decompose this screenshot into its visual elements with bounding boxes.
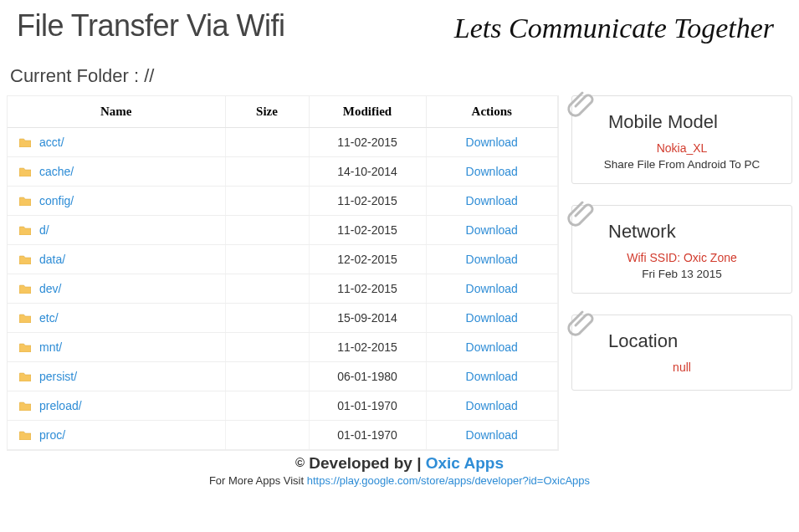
- folder-link[interactable]: config/: [39, 194, 74, 207]
- size-cell: [225, 157, 309, 187]
- folder-icon: [19, 343, 31, 352]
- paperclip-icon: [564, 84, 597, 118]
- folder-link[interactable]: etc/: [39, 311, 59, 325]
- folder-icon: [19, 255, 31, 264]
- location-title: Location: [585, 330, 779, 352]
- actions-cell: Download: [426, 421, 558, 450]
- table-row: d/11-02-2015Download: [8, 216, 558, 245]
- col-name: Name: [8, 96, 225, 128]
- modified-cell: 11-02-2015: [309, 333, 426, 362]
- network-value: Wifi SSID: Oxic Zone: [585, 251, 779, 264]
- mobile-model-title: Mobile Model: [585, 111, 779, 133]
- modified-cell: 11-02-2015: [309, 274, 426, 304]
- download-link[interactable]: Download: [466, 165, 518, 178]
- folder-icon: [19, 167, 31, 176]
- download-link[interactable]: Download: [466, 223, 518, 237]
- actions-cell: Download: [426, 245, 558, 274]
- folder-link[interactable]: data/: [39, 253, 65, 266]
- modified-cell: 11-02-2015: [309, 128, 426, 157]
- table-row: cache/14-10-2014Download: [8, 157, 558, 187]
- more-apps-link[interactable]: https://play.google.com/store/apps/devel…: [307, 474, 590, 487]
- developer-link[interactable]: Oxic Apps: [426, 454, 504, 472]
- table-row: data/12-02-2015Download: [8, 245, 558, 274]
- actions-cell: Download: [426, 304, 558, 333]
- download-link[interactable]: Download: [466, 253, 518, 266]
- actions-cell: Download: [426, 187, 558, 216]
- size-cell: [225, 304, 309, 333]
- folder-link[interactable]: persist/: [39, 370, 77, 383]
- mobile-model-sub: Share File From Android To PC: [585, 158, 779, 171]
- actions-cell: Download: [426, 391, 558, 421]
- mobile-model-value: Nokia_XL: [585, 141, 779, 155]
- folder-link[interactable]: preload/: [39, 399, 82, 412]
- folder-link[interactable]: acct/: [39, 136, 64, 149]
- download-link[interactable]: Download: [466, 399, 518, 412]
- name-cell: persist/: [8, 362, 225, 391]
- file-table: Name Size Modified Actions acct/11-02-20…: [8, 96, 558, 450]
- location-card: Location null: [571, 315, 792, 391]
- download-link[interactable]: Download: [466, 340, 518, 354]
- table-row: dev/11-02-2015Download: [8, 274, 558, 304]
- table-row: acct/11-02-2015Download: [8, 128, 558, 157]
- name-cell: config/: [8, 187, 225, 216]
- download-link[interactable]: Download: [466, 428, 518, 442]
- folder-link[interactable]: dev/: [39, 282, 61, 295]
- table-row: mnt/11-02-2015Download: [8, 333, 558, 362]
- folder-link[interactable]: cache/: [39, 165, 74, 178]
- developed-by-label: Developed by |: [309, 454, 425, 472]
- modified-cell: 11-02-2015: [309, 216, 426, 245]
- col-actions: Actions: [426, 96, 558, 128]
- actions-cell: Download: [426, 157, 558, 187]
- actions-cell: Download: [426, 128, 558, 157]
- modified-cell: 12-02-2015: [309, 245, 426, 274]
- actions-cell: Download: [426, 274, 558, 304]
- table-row: proc/01-01-1970Download: [8, 421, 558, 450]
- footer: © Developed by | Oxic Apps For More Apps…: [0, 451, 799, 487]
- download-link[interactable]: Download: [466, 311, 518, 325]
- name-cell: dev/: [8, 274, 225, 304]
- file-table-scroll[interactable]: Name Size Modified Actions acct/11-02-20…: [8, 96, 558, 450]
- table-row: etc/15-09-2014Download: [8, 304, 558, 333]
- name-cell: d/: [8, 216, 225, 245]
- download-link[interactable]: Download: [466, 136, 518, 149]
- breadcrumb: Current Folder : //: [0, 44, 799, 95]
- modified-cell: 01-01-1970: [309, 391, 426, 421]
- folder-icon: [19, 284, 31, 294]
- modified-cell: 14-10-2014: [309, 157, 426, 187]
- folder-link[interactable]: mnt/: [39, 340, 62, 354]
- col-modified: Modified: [309, 96, 426, 128]
- mobile-model-card: Mobile Model Nokia_XL Share File From An…: [571, 95, 792, 184]
- folder-icon: [19, 372, 31, 381]
- paperclip-icon: [564, 194, 597, 228]
- folder-icon: [19, 138, 31, 147]
- size-cell: [225, 274, 309, 304]
- name-cell: mnt/: [8, 333, 225, 362]
- size-cell: [225, 128, 309, 157]
- name-cell: cache/: [8, 157, 225, 187]
- folder-link[interactable]: proc/: [39, 428, 65, 442]
- page-title: File Transfer Via Wifi: [17, 8, 284, 43]
- size-cell: [225, 245, 309, 274]
- size-cell: [225, 187, 309, 216]
- download-link[interactable]: Download: [466, 282, 518, 295]
- table-row: preload/01-01-1970Download: [8, 391, 558, 421]
- name-cell: etc/: [8, 304, 225, 333]
- table-row: persist/06-01-1980Download: [8, 362, 558, 391]
- size-cell: [225, 216, 309, 245]
- col-size: Size: [225, 96, 309, 128]
- modified-cell: 15-09-2014: [309, 304, 426, 333]
- network-sub: Fri Feb 13 2015: [585, 268, 779, 280]
- download-link[interactable]: Download: [466, 194, 518, 207]
- size-cell: [225, 421, 309, 450]
- download-link[interactable]: Download: [466, 370, 518, 383]
- folder-icon: [19, 431, 31, 440]
- actions-cell: Download: [426, 362, 558, 391]
- actions-cell: Download: [426, 216, 558, 245]
- location-value: null: [585, 361, 779, 374]
- modified-cell: 06-01-1980: [309, 362, 426, 391]
- folder-link[interactable]: d/: [39, 223, 49, 237]
- network-title: Network: [585, 221, 779, 243]
- modified-cell: 11-02-2015: [309, 187, 426, 216]
- folder-icon: [19, 197, 31, 206]
- name-cell: proc/: [8, 421, 225, 450]
